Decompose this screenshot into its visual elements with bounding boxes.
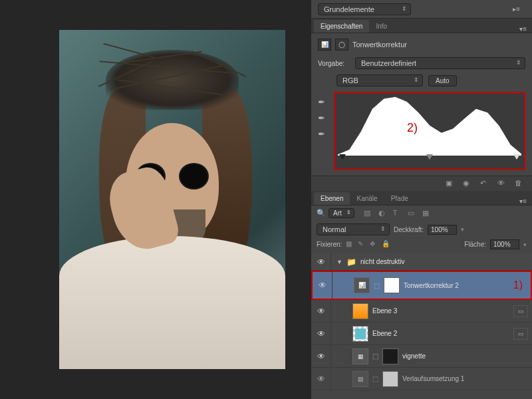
mask-icon[interactable]: ◯	[335, 39, 348, 51]
layer-name[interactable]: Ebene 2	[372, 330, 507, 337]
layer-name[interactable]: Ebene 3	[372, 307, 507, 315]
layer-name[interactable]: Tonwertkorrektur 2	[404, 282, 509, 289]
eye-icon[interactable]: 👁	[317, 352, 325, 361]
link-icon[interactable]: ⬚	[374, 282, 380, 289]
eye-icon[interactable]: 👁	[317, 329, 325, 338]
lock-pixels-icon[interactable]: ✎	[358, 240, 367, 249]
white-point-slider[interactable]	[513, 154, 520, 160]
lock-transparency-icon[interactable]: ▩	[346, 240, 355, 249]
opacity-label: Deckkraft:	[394, 226, 424, 233]
image-content	[96, 43, 249, 110]
layer-row-selected[interactable]: 👁 📊 ⬚ Tonwertkorrektur 2 1)	[311, 271, 532, 300]
panel-menu-icon[interactable]: ▾≡	[514, 198, 532, 205]
lock-all-icon[interactable]: 🔒	[382, 240, 391, 249]
annotation-1: 1)	[513, 279, 523, 291]
chevron-down-icon[interactable]: ▾	[461, 226, 464, 233]
lock-position-icon[interactable]: ✥	[370, 240, 379, 249]
annotation-2: 2)	[407, 121, 418, 135]
fill-label: Fläche:	[464, 241, 486, 248]
right-panels: Grundelemente ▸≡ Eigenschaften Info ▾≡ 📊…	[311, 0, 532, 399]
panel-menu-icon[interactable]: ▸≡	[507, 5, 525, 13]
eyedropper-white-icon[interactable]: ✒	[318, 129, 329, 140]
mid-point-slider[interactable]	[426, 154, 433, 160]
blend-mode-dropdown[interactable]: Normal	[317, 223, 390, 235]
eyedropper-gray-icon[interactable]: ✒	[318, 113, 329, 124]
view-previous-icon[interactable]: ◉	[463, 179, 473, 188]
mask-thumb[interactable]	[382, 371, 398, 387]
layer-name[interactable]: Verlaufsumsetzung 1	[402, 375, 528, 382]
mask-thumb[interactable]	[384, 277, 400, 293]
filter-smart-icon[interactable]: ▦	[422, 209, 433, 218]
channel-dropdown[interactable]: RGB	[336, 74, 423, 86]
clip-icon[interactable]: ▣	[446, 179, 456, 188]
tab-properties[interactable]: Eigenschaften	[314, 20, 369, 33]
layer-group-row[interactable]: 👁 ▼ 📁 nicht destruktiv	[311, 253, 532, 271]
tab-channels[interactable]: Kanäle	[350, 192, 384, 205]
layer-style-icon[interactable]: ▭	[513, 305, 528, 317]
canvas-area[interactable]	[0, 0, 311, 399]
search-icon: 🔍	[317, 209, 326, 217]
eye-icon[interactable]: 👁	[319, 281, 327, 290]
tab-info[interactable]: Info	[369, 20, 394, 33]
eye-icon[interactable]: 👁	[317, 307, 325, 316]
layer-row[interactable]: 👁 ▨ ⬚ Verlaufsumsetzung 1	[311, 368, 532, 390]
properties-tabs: Eigenschaften Info ▾≡	[311, 19, 532, 33]
reset-icon[interactable]: ↶	[480, 179, 491, 188]
workspace-bar: Grundelemente ▸≡	[311, 0, 532, 19]
eye-icon[interactable]: 👁	[317, 257, 325, 267]
layer-list[interactable]: 👁 ▼ 📁 nicht destruktiv 👁 📊 ⬚ Tonwertkorr…	[311, 253, 532, 399]
eyedropper-black-icon[interactable]: ✒	[318, 97, 329, 108]
levels-icon: 📊	[318, 39, 331, 51]
layer-row[interactable]: 👁 Ebene 2 ▭	[311, 323, 532, 345]
folder-icon: 📁	[346, 257, 356, 267]
toggle-visibility-icon[interactable]: 👁	[497, 179, 508, 188]
properties-footer: ▣ ◉ ↶ 👁 🗑	[311, 176, 532, 191]
link-icon[interactable]: ⬚	[372, 375, 378, 382]
preset-label: Vorgabe:	[318, 60, 350, 67]
layer-thumb[interactable]	[352, 326, 368, 342]
properties-panel: 📊 ◯ Tonwertkorrektur Vorgabe: Benutzerde…	[311, 33, 532, 176]
delete-icon[interactable]: 🗑	[515, 179, 525, 188]
histogram[interactable]: 2)	[334, 92, 525, 170]
layer-name[interactable]: nicht destruktiv	[360, 258, 528, 265]
filter-pixel-icon[interactable]: ▧	[364, 209, 374, 218]
auto-button[interactable]: Auto	[428, 75, 457, 86]
chevron-down-icon[interactable]: ▾	[523, 241, 527, 248]
mask-thumb[interactable]	[382, 348, 398, 364]
adjustment-thumb[interactable]: ▨	[352, 371, 368, 387]
layer-style-icon[interactable]: ▭	[513, 328, 528, 340]
layer-filter-dropdown[interactable]: Art	[329, 208, 354, 218]
filter-adjust-icon[interactable]: ◐	[378, 209, 389, 218]
lock-label: Fixieren:	[317, 241, 342, 248]
black-point-slider[interactable]	[339, 154, 346, 160]
filter-shape-icon[interactable]: ▭	[408, 209, 418, 218]
panel-menu-icon[interactable]: ▾≡	[514, 25, 532, 33]
opacity-input[interactable]	[428, 225, 457, 235]
layer-row[interactable]: 👁 ▦ ⬚ vignette	[311, 345, 532, 368]
workspace-dropdown[interactable]: Grundelemente	[318, 3, 411, 15]
layer-name[interactable]: vignette	[402, 352, 528, 360]
layers-tabs: Ebenen Kanäle Pfade ▾≡	[311, 191, 532, 205]
tab-layers[interactable]: Ebenen	[314, 192, 350, 205]
filter-type-icon[interactable]: T	[393, 209, 404, 218]
image-content	[59, 236, 285, 369]
adjustment-thumb[interactable]: 📊	[354, 277, 370, 293]
fill-input[interactable]	[490, 239, 519, 249]
histogram-curve	[338, 96, 521, 156]
adjustment-title: Tonwertkorrektur	[352, 41, 407, 49]
disclosure-triangle-icon[interactable]: ▼	[336, 259, 342, 265]
layer-row[interactable]: 👁 Ebene 3 ▭	[311, 300, 532, 323]
layer-thumb[interactable]	[352, 303, 368, 319]
preset-dropdown[interactable]: Benutzerdefiniert	[355, 57, 525, 69]
document-image[interactable]	[59, 30, 285, 369]
layers-panel: 🔍 Art ▧ ◐ T ▭ ▦ Normal Deckkraft: ▾ Fixi…	[311, 205, 532, 399]
adjustment-thumb[interactable]: ▦	[352, 348, 368, 364]
link-icon[interactable]: ⬚	[372, 352, 378, 360]
tab-paths[interactable]: Pfade	[384, 192, 415, 205]
eyedropper-tools: ✒ ✒ ✒	[318, 92, 329, 170]
eye-icon[interactable]: 👁	[317, 374, 325, 384]
